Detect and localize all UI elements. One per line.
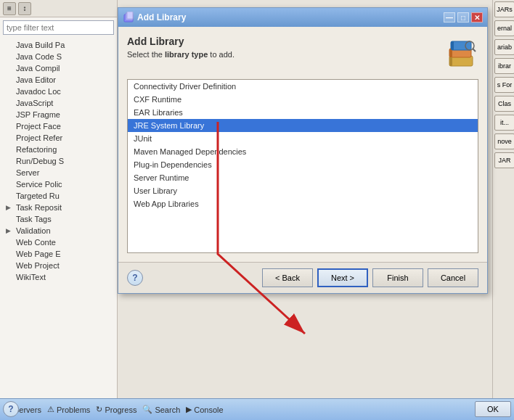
svg-rect-8 — [451, 41, 454, 50]
right-panel-button[interactable]: s For — [494, 77, 514, 93]
left-panel-item[interactable]: Project Face — [0, 120, 117, 132]
library-list-item[interactable]: Web App Libraries — [128, 197, 478, 210]
left-panel-item[interactable]: JavaScript — [0, 97, 117, 109]
footer-buttons: < Back Next > Finish Cancel — [262, 268, 478, 287]
left-panel-items: Java Build PaJava Code SJava CompilJava … — [0, 38, 117, 284]
left-panel-item[interactable]: Java Build Pa — [0, 39, 117, 51]
dialog-heading: Add Library — [127, 36, 234, 47]
statusbar: ? ⚙ Servers ⚠ Problems ↻ Progress 🔍 Sear… — [0, 398, 514, 420]
statusbar-search[interactable]: 🔍 Search — [142, 405, 180, 414]
left-panel-item-label: Run/Debug S — [16, 157, 64, 165]
left-panel-item[interactable]: Javadoc Loc — [0, 86, 117, 97]
finish-button[interactable]: Finish — [372, 268, 423, 287]
tree-arrow: ▶ — [6, 227, 13, 234]
add-library-dialog: Add Library — □ ✕ Add Library Select the… — [118, 7, 488, 294]
left-panel-item[interactable]: Java Code S — [0, 51, 117, 62]
right-panel-button[interactable]: Clas — [494, 96, 514, 112]
left-panel-item-label: Java Compil — [16, 64, 60, 73]
left-panel-item[interactable]: Task Tags — [0, 213, 117, 225]
right-panel: JARsernalariabibrars ForClasit...noveJAR — [492, 0, 514, 398]
library-list-item[interactable]: Connectivity Driver Definition — [128, 80, 478, 93]
statusbar-problems[interactable]: ⚠ Problems — [47, 405, 90, 414]
left-panel-item[interactable]: WikiText — [0, 271, 117, 283]
dialog-titlebar-controls: — □ ✕ — [444, 12, 483, 22]
statusbar-progress[interactable]: ↻ Progress — [96, 405, 136, 414]
left-panel-item[interactable]: Project Refer — [0, 132, 117, 144]
left-panel-item-label: Web Project — [16, 261, 60, 270]
left-panel-item-label: Java Code S — [16, 52, 62, 61]
toolbar-icon-2[interactable]: ↕ — [18, 2, 31, 15]
left-panel-item-label: Java Build Pa — [16, 41, 65, 49]
dialog-header: Add Library Select the library type to a… — [127, 36, 478, 70]
problems-label: Problems — [57, 405, 90, 414]
left-panel-item-label: Task Tags — [16, 215, 52, 223]
left-panel-item[interactable]: Web Conte — [0, 236, 117, 248]
library-list-item[interactable]: EAR Libraries — [128, 106, 478, 119]
right-panel-button[interactable]: ariab — [494, 39, 514, 55]
svg-rect-6 — [449, 56, 452, 66]
left-panel-item[interactable]: ▶Validation — [0, 225, 117, 236]
dialog-footer: ? < Back Next > Finish Cancel — [118, 262, 487, 293]
left-panel-item[interactable]: Web Page E — [0, 248, 117, 260]
left-panel-item-label: Web Page E — [16, 250, 61, 258]
tree-arrow: ▶ — [6, 204, 13, 211]
left-panel-item-label: Service Polic — [16, 180, 62, 189]
search-label: Search — [155, 405, 180, 414]
right-panel-button[interactable]: nove — [494, 133, 514, 149]
close-button[interactable]: ✕ — [471, 12, 483, 22]
back-button[interactable]: < Back — [262, 268, 313, 287]
left-panel-item[interactable]: Refactoring — [0, 144, 117, 155]
left-panel-item-label: Server — [16, 168, 39, 177]
right-panel-button[interactable]: JAR — [494, 152, 514, 168]
left-panel-item-label: Validation — [16, 226, 51, 235]
library-list-item[interactable]: CXF Runtime — [128, 93, 478, 106]
library-list-item[interactable]: JUnit — [128, 132, 478, 145]
minimize-button[interactable]: — — [444, 12, 455, 22]
left-panel-item-label: Project Refer — [16, 133, 62, 142]
left-panel-item[interactable]: JSP Fragme — [0, 109, 117, 120]
filter-input-wrapper — [0, 17, 117, 38]
left-panel-item[interactable]: Targeted Ru — [0, 190, 117, 202]
library-list-item[interactable]: JRE System Library — [128, 119, 478, 132]
left-panel-item-label: Project Face — [16, 122, 61, 131]
left-panel: ≡ ↕ Java Build PaJava Code SJava CompilJ… — [0, 0, 118, 398]
left-panel-item[interactable]: Java Editor — [0, 74, 117, 86]
filter-input[interactable] — [3, 20, 114, 35]
left-panel-item[interactable]: Server — [0, 167, 117, 178]
dialog-header-text: Add Library Select the library type to a… — [127, 36, 234, 59]
dialog-icon — [123, 12, 134, 23]
library-list-item[interactable]: Plug-in Dependencies — [128, 158, 478, 171]
progress-label: Progress — [105, 405, 136, 414]
left-panel-item-label: Targeted Ru — [16, 192, 60, 200]
cancel-button[interactable]: Cancel — [428, 268, 478, 287]
left-panel-item-label: JSP Fragme — [16, 110, 60, 119]
left-panel-item-label: WikiText — [16, 273, 46, 281]
svg-rect-5 — [451, 41, 471, 50]
right-panel-button[interactable]: ernal — [494, 20, 514, 36]
library-list-item[interactable]: Maven Managed Dependencies — [128, 145, 478, 158]
right-panel-button[interactable]: JARs — [494, 1, 514, 17]
right-panel-button[interactable]: it... — [494, 115, 514, 131]
left-panel-item[interactable]: Service Polic — [0, 178, 117, 190]
left-panel-item[interactable]: Web Project — [0, 260, 117, 271]
help-button[interactable]: ? — [127, 270, 143, 286]
statusbar-help[interactable]: ? — [3, 401, 19, 417]
left-panel-item[interactable]: Run/Debug S — [0, 155, 117, 167]
left-panel-item[interactable]: Java Compil — [0, 62, 117, 74]
statusbar-console[interactable]: ▶ Console — [186, 405, 223, 414]
dialog-library-icon — [444, 36, 478, 70]
ok-button[interactable]: OK — [475, 401, 511, 417]
library-list-item[interactable]: Server Runtime — [128, 171, 478, 184]
left-panel-item-label: Java Editor — [16, 75, 56, 84]
library-list-item[interactable]: User Library — [128, 184, 478, 197]
library-list[interactable]: Connectivity Driver DefinitionCXF Runtim… — [127, 79, 478, 253]
toolbar-icon-1[interactable]: ≡ — [3, 2, 16, 15]
maximize-button[interactable]: □ — [457, 12, 469, 22]
right-panel-button[interactable]: ibrar — [494, 58, 514, 74]
svg-rect-2 — [127, 12, 133, 19]
left-panel-item-label: Task Reposit — [16, 203, 62, 212]
left-panel-item-label: JavaScript — [16, 99, 53, 107]
next-button[interactable]: Next > — [317, 268, 368, 287]
left-panel-item[interactable]: ▶Task Reposit — [0, 202, 117, 213]
left-panel-item-label: Javadoc Loc — [16, 87, 61, 96]
